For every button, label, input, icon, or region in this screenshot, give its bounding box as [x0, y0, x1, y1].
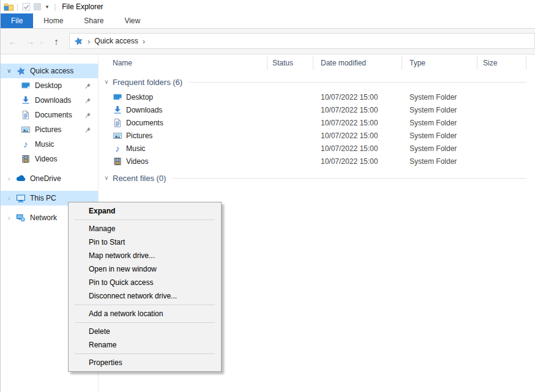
file-row-downloads[interactable]: Downloads 10/07/2022 15:00 System Folder: [99, 103, 535, 116]
menu-item-add-a-network-location[interactable]: Add a network location: [69, 307, 221, 320]
titlebar-separator: |: [17, 2, 18, 11]
sidebar-item-label: Documents: [35, 111, 72, 119]
group-header-recent-files[interactable]: ˅ Recent files (0): [99, 172, 535, 183]
sidebar-item-label: This PC: [30, 194, 56, 202]
sidebar-item-quick-access[interactable]: ˅ Quick access: [1, 64, 98, 78]
back-button[interactable]: ←: [6, 29, 20, 54]
file-type: System Folder: [402, 131, 477, 140]
menu-item-pin-to-quick-access[interactable]: Pin to Quick access: [69, 276, 221, 289]
column-header-status[interactable]: Status: [267, 56, 313, 70]
menu-separator: [75, 305, 215, 305]
sidebar-item-downloads[interactable]: Downloads: [1, 93, 98, 108]
qat-new-folder-icon[interactable]: [32, 1, 43, 12]
file-date-modified: 10/07/2022 15:00: [313, 106, 402, 114]
column-header-date-modified[interactable]: Date modified: [313, 56, 402, 70]
menu-item-open-in-new-window[interactable]: Open in new window: [69, 262, 221, 276]
sidebar-item-label: Videos: [35, 155, 57, 163]
file-row-documents[interactable]: Documents 10/07/2022 15:00 System Folder: [99, 116, 535, 129]
navigation-bar: ← → ⌄ ↑ › Quick access ›: [1, 29, 535, 54]
network-icon: [16, 213, 26, 223]
group-divider-line: [172, 178, 526, 179]
file-explorer-window: | ▾ | File Explorer File Home Share View…: [0, 0, 535, 392]
sidebar-item-music[interactable]: ♪ Music: [1, 137, 98, 152]
music-icon: ♪: [113, 144, 122, 153]
qat-properties-icon[interactable]: [21, 1, 32, 12]
file-name: Desktop: [126, 93, 153, 102]
chevron-right-icon[interactable]: ›: [5, 176, 13, 182]
file-row-desktop[interactable]: Desktop 10/07/2022 15:00 System Folder: [99, 91, 535, 103]
recent-locations-dropdown[interactable]: ⌄: [37, 29, 46, 54]
up-button[interactable]: ↑: [48, 29, 64, 54]
menu-item-delete[interactable]: Delete: [69, 325, 221, 338]
sidebar-item-onedrive[interactable]: › OneDrive: [1, 171, 98, 186]
ribbon-tab-bar: File Home Share View: [1, 13, 535, 29]
file-explorer-logo-icon: [3, 1, 14, 12]
file-name: Downloads: [126, 106, 162, 114]
sidebar-item-desktop[interactable]: Desktop: [1, 78, 98, 93]
menu-item-disconnect-network-drive[interactable]: Disconnect network drive...: [69, 289, 221, 303]
pictures-icon: [21, 125, 31, 135]
sidebar-item-label: Downloads: [35, 96, 71, 105]
file-type: System Folder: [402, 106, 477, 114]
menu-item-properties[interactable]: Properties: [69, 356, 221, 369]
titlebar-separator: |: [54, 2, 56, 11]
this-pc-icon: [16, 193, 26, 203]
file-row-videos[interactable]: Videos 10/07/2022 15:00 System Folder: [99, 155, 535, 168]
desktop-icon: [21, 81, 31, 91]
menu-item-map-network-drive[interactable]: Map network drive...: [69, 249, 221, 262]
file-row-music[interactable]: ♪ Music 10/07/2022 15:00 System Folder: [99, 142, 535, 155]
group-header-frequent-folders[interactable]: ˅ Frequent folders (6): [99, 76, 535, 87]
menu-item-rename[interactable]: Rename: [69, 338, 221, 352]
music-icon: ♪: [21, 139, 31, 149]
tab-home[interactable]: Home: [33, 13, 73, 28]
chevron-down-icon[interactable]: ˅: [102, 79, 111, 86]
file-date-modified: 10/07/2022 15:00: [313, 144, 402, 153]
file-type: System Folder: [402, 157, 477, 166]
chevron-right-icon[interactable]: ›: [5, 215, 13, 221]
file-name: Videos: [126, 157, 148, 166]
chevron-right-icon[interactable]: ›: [5, 195, 13, 202]
breadcrumb-quick-access[interactable]: Quick access: [94, 37, 138, 45]
sidebar-item-label: Pictures: [35, 125, 61, 134]
column-header-type[interactable]: Type: [402, 56, 477, 70]
chevron-down-icon[interactable]: ˅: [5, 68, 13, 75]
column-header-row: Name Status Date modified Type Size: [99, 54, 535, 72]
desktop-icon: [113, 92, 122, 102]
file-date-modified: 10/07/2022 15:00: [313, 93, 402, 102]
menu-item-manage[interactable]: Manage: [69, 222, 221, 235]
tab-share[interactable]: Share: [73, 13, 114, 28]
address-bar[interactable]: › Quick access ›: [69, 33, 535, 49]
forward-button[interactable]: →: [23, 29, 37, 54]
chevron-down-icon[interactable]: ˅: [102, 175, 111, 182]
file-date-modified: 10/07/2022 15:00: [313, 157, 402, 166]
file-name: Pictures: [126, 131, 152, 140]
file-row-pictures[interactable]: Pictures 10/07/2022 15:00 System Folder: [99, 129, 535, 142]
column-header-name[interactable]: Name: [99, 56, 267, 70]
onedrive-cloud-icon: [16, 174, 26, 183]
menu-separator: [75, 220, 215, 220]
pictures-icon: [113, 131, 122, 141]
videos-icon: [113, 157, 122, 166]
quick-access-star-icon: [74, 37, 83, 46]
file-date-modified: 10/07/2022 15:00: [313, 131, 402, 140]
tab-file[interactable]: File: [1, 13, 33, 28]
sidebar-item-documents[interactable]: Documents: [1, 108, 98, 122]
sidebar-item-pictures[interactable]: Pictures: [1, 122, 98, 137]
menu-item-expand[interactable]: Expand: [69, 204, 221, 218]
group-title: Recent files (0): [113, 174, 166, 183]
qat-customize-dropdown[interactable]: ▾: [43, 4, 51, 10]
breadcrumb-chevron-icon[interactable]: ›: [88, 37, 90, 46]
sidebar-item-label: Quick access: [30, 67, 73, 75]
breadcrumb-chevron-icon[interactable]: ›: [143, 37, 145, 46]
group-title: Frequent folders (6): [113, 78, 182, 87]
downloads-icon: [113, 105, 122, 115]
sidebar-item-label: Desktop: [35, 81, 62, 90]
menu-separator: [75, 322, 215, 323]
pin-icon: [84, 83, 91, 89]
sidebar-item-videos[interactable]: Videos: [1, 152, 98, 166]
column-header-size[interactable]: Size: [477, 56, 526, 70]
menu-item-pin-to-start[interactable]: Pin to Start: [69, 235, 221, 249]
file-name: Documents: [126, 119, 163, 127]
tab-view[interactable]: View: [114, 13, 151, 28]
file-type: System Folder: [402, 93, 477, 102]
